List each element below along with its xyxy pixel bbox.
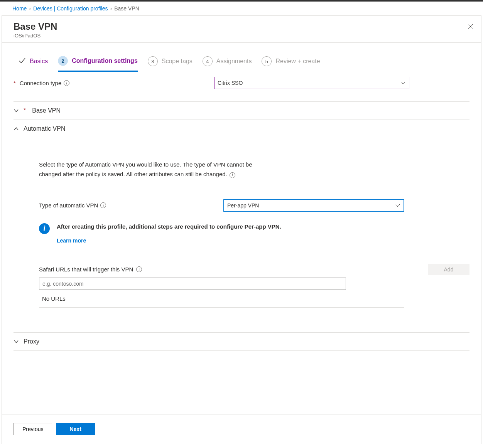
- close-icon: [467, 24, 473, 30]
- previous-button[interactable]: Previous: [14, 423, 52, 435]
- section-title: Proxy: [24, 338, 39, 345]
- step-label: Review + create: [275, 58, 320, 65]
- section-proxy[interactable]: Proxy: [14, 332, 469, 351]
- info-icon[interactable]: [136, 266, 142, 272]
- step-label: Scope tags: [162, 58, 193, 65]
- info-icon: i: [39, 223, 50, 234]
- automatic-vpn-description: Select the type of Automatic VPN you wou…: [39, 160, 270, 179]
- breadcrumb-devices[interactable]: Devices | Configuration profiles: [33, 5, 108, 12]
- chevron-down-icon: [395, 203, 400, 208]
- auto-vpn-type-dropdown[interactable]: Per-app VPN: [223, 199, 404, 212]
- safari-urls-row: Safari URLs that will trigger this VPN A…: [39, 264, 469, 275]
- chevron-down-icon: [400, 80, 406, 86]
- breadcrumb-home[interactable]: Home: [12, 5, 27, 12]
- step-label: Basics: [30, 58, 48, 65]
- close-button[interactable]: [466, 22, 475, 31]
- safari-urls-label: Safari URLs that will trigger this VPN: [39, 266, 142, 273]
- config-panel: Base VPN iOS/iPadOS Basics 2 Configurati…: [2, 15, 481, 444]
- label-text: Safari URLs that will trigger this VPN: [39, 266, 133, 273]
- desc-text: Select the type of Automatic VPN you wou…: [39, 161, 252, 177]
- wizard-steps: Basics 2 Configuration settings 3 Scope …: [18, 56, 469, 67]
- notice-text: After creating this profile, additional …: [57, 223, 281, 230]
- dropdown-value: Citrix SSO: [218, 80, 243, 86]
- connection-type-row: * Connection type Citrix SSO: [14, 74, 469, 91]
- label-text: Type of automatic VPN: [39, 202, 98, 209]
- chevron-right-icon: ›: [29, 5, 31, 12]
- step-assignments[interactable]: 4 Assignments: [203, 56, 252, 66]
- section-base-vpn[interactable]: * Base VPN: [14, 102, 469, 120]
- breadcrumb: Home › Devices | Configuration profiles …: [0, 2, 483, 15]
- info-icon[interactable]: [64, 80, 69, 86]
- connection-type-dropdown[interactable]: Citrix SSO: [214, 77, 409, 89]
- step-number: 3: [148, 56, 158, 66]
- section-title: Base VPN: [32, 107, 61, 114]
- section-title: Automatic VPN: [24, 125, 65, 132]
- section-automatic-vpn[interactable]: Automatic VPN: [14, 120, 469, 138]
- no-urls-message: No URLs: [39, 290, 404, 308]
- check-icon: [18, 57, 26, 66]
- step-number: 2: [58, 56, 68, 66]
- dropdown-value: Per-app VPN: [227, 202, 259, 209]
- step-scope-tags[interactable]: 3 Scope tags: [148, 56, 193, 66]
- footer-actions: Previous Next: [2, 414, 481, 444]
- auto-vpn-type-label: Type of automatic VPN: [39, 202, 223, 209]
- content-area: Basics 2 Configuration settings 3 Scope …: [2, 43, 481, 414]
- add-button[interactable]: Add: [428, 264, 469, 275]
- chevron-down-icon: [14, 339, 19, 344]
- chevron-right-icon: ›: [110, 5, 112, 12]
- step-review-create[interactable]: 5 Review + create: [262, 56, 320, 66]
- automatic-vpn-body: Select the type of Automatic VPN you wou…: [14, 138, 469, 312]
- next-button[interactable]: Next: [56, 423, 95, 435]
- breadcrumb-current: Base VPN: [114, 5, 139, 12]
- auto-vpn-type-row: Type of automatic VPN Per-app VPN: [39, 197, 469, 214]
- page-title: Base VPN: [14, 21, 469, 32]
- page-subtitle: iOS/iPadOS: [14, 33, 469, 39]
- safari-url-input[interactable]: [39, 278, 346, 290]
- required-asterisk: *: [24, 107, 26, 114]
- learn-more-link[interactable]: Learn more: [57, 237, 281, 244]
- connection-type-label: * Connection type: [14, 80, 214, 86]
- step-number: 4: [203, 56, 213, 66]
- step-number: 5: [262, 56, 272, 66]
- chevron-down-icon: [14, 108, 19, 113]
- notice-body: After creating this profile, additional …: [57, 223, 281, 244]
- info-icon[interactable]: [230, 172, 235, 178]
- info-icon[interactable]: [100, 202, 106, 208]
- chevron-up-icon: [14, 126, 19, 131]
- step-basics[interactable]: Basics: [18, 57, 48, 66]
- panel-header: Base VPN iOS/iPadOS: [2, 16, 481, 43]
- step-label: Assignments: [216, 58, 252, 65]
- per-app-vpn-notice: i After creating this profile, additiona…: [39, 223, 469, 244]
- label-text: Connection type: [20, 80, 61, 86]
- required-asterisk: *: [14, 80, 16, 86]
- step-configuration-settings[interactable]: 2 Configuration settings: [58, 56, 138, 72]
- step-label: Configuration settings: [72, 57, 138, 64]
